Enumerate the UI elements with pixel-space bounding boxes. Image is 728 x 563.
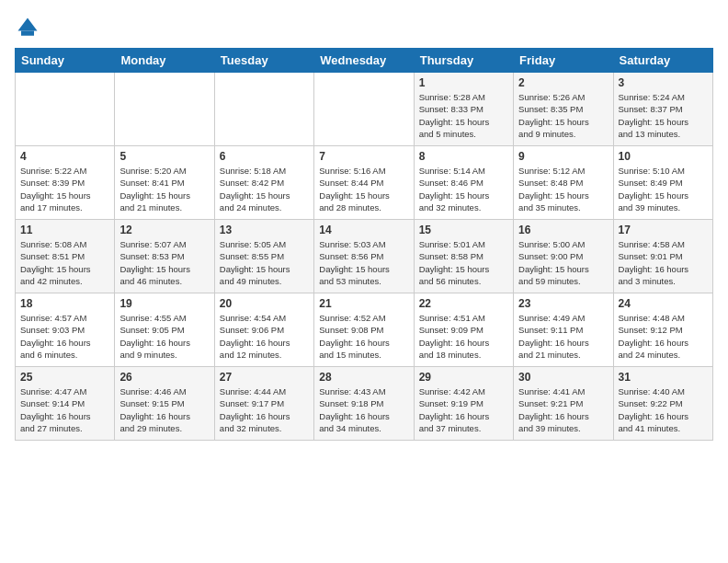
day-info: Sunrise: 4:58 AM Sunset: 9:01 PM Dayligh… bbox=[619, 238, 708, 287]
day-info: Sunrise: 5:24 AM Sunset: 8:37 PM Dayligh… bbox=[619, 91, 708, 140]
calendar-cell bbox=[115, 73, 214, 146]
calendar-week-row: 11Sunrise: 5:08 AM Sunset: 8:51 PM Dayli… bbox=[16, 220, 713, 293]
day-info: Sunrise: 5:01 AM Sunset: 8:58 PM Dayligh… bbox=[419, 238, 508, 287]
day-number: 13 bbox=[220, 224, 309, 236]
day-number: 21 bbox=[319, 297, 408, 310]
calendar-cell: 22Sunrise: 4:51 AM Sunset: 9:09 PM Dayli… bbox=[414, 293, 513, 367]
calendar-cell: 28Sunrise: 4:43 AM Sunset: 9:18 PM Dayli… bbox=[314, 367, 414, 441]
day-number: 17 bbox=[619, 224, 708, 236]
day-info: Sunrise: 5:28 AM Sunset: 8:33 PM Dayligh… bbox=[419, 91, 508, 140]
calendar-cell bbox=[214, 73, 313, 146]
day-number: 3 bbox=[619, 76, 708, 89]
day-info: Sunrise: 4:51 AM Sunset: 9:09 PM Dayligh… bbox=[419, 312, 508, 361]
day-info: Sunrise: 5:00 AM Sunset: 9:00 PM Dayligh… bbox=[518, 238, 608, 287]
day-info: Sunrise: 5:10 AM Sunset: 8:49 PM Dayligh… bbox=[619, 165, 708, 213]
calendar-week-row: 25Sunrise: 4:47 AM Sunset: 9:14 PM Dayli… bbox=[16, 367, 713, 441]
calendar-cell: 10Sunrise: 5:10 AM Sunset: 8:49 PM Dayli… bbox=[613, 146, 712, 220]
calendar-cell: 7Sunrise: 5:16 AM Sunset: 8:44 PM Daylig… bbox=[314, 146, 414, 220]
day-number: 15 bbox=[419, 224, 508, 236]
day-number: 29 bbox=[419, 371, 508, 384]
day-number: 27 bbox=[220, 371, 309, 384]
day-info: Sunrise: 5:08 AM Sunset: 8:51 PM Dayligh… bbox=[20, 238, 109, 287]
calendar-cell: 14Sunrise: 5:03 AM Sunset: 8:56 PM Dayli… bbox=[314, 220, 414, 293]
day-info: Sunrise: 5:20 AM Sunset: 8:41 PM Dayligh… bbox=[119, 165, 209, 213]
day-info: Sunrise: 5:03 AM Sunset: 8:56 PM Dayligh… bbox=[319, 238, 408, 287]
calendar-cell: 12Sunrise: 5:07 AM Sunset: 8:53 PM Dayli… bbox=[115, 220, 214, 293]
column-header-saturday: Saturday bbox=[613, 49, 712, 73]
day-number: 20 bbox=[220, 297, 309, 310]
calendar-header-row: SundayMondayTuesdayWednesdayThursdayFrid… bbox=[16, 49, 713, 73]
column-header-friday: Friday bbox=[514, 49, 613, 73]
day-info: Sunrise: 4:42 AM Sunset: 9:19 PM Dayligh… bbox=[419, 385, 508, 434]
calendar-cell: 21Sunrise: 4:52 AM Sunset: 9:08 PM Dayli… bbox=[314, 293, 414, 367]
day-info: Sunrise: 5:26 AM Sunset: 8:35 PM Dayligh… bbox=[518, 91, 608, 140]
day-info: Sunrise: 4:41 AM Sunset: 9:21 PM Dayligh… bbox=[518, 385, 608, 434]
day-number: 7 bbox=[319, 150, 408, 163]
day-number: 31 bbox=[619, 371, 708, 384]
column-header-tuesday: Tuesday bbox=[214, 49, 313, 73]
day-number: 24 bbox=[619, 297, 708, 310]
day-number: 19 bbox=[119, 297, 209, 310]
calendar-cell: 27Sunrise: 4:44 AM Sunset: 9:17 PM Dayli… bbox=[214, 367, 313, 441]
day-info: Sunrise: 5:12 AM Sunset: 8:48 PM Dayligh… bbox=[518, 165, 608, 213]
calendar-cell: 30Sunrise: 4:41 AM Sunset: 9:21 PM Dayli… bbox=[514, 367, 613, 441]
day-number: 4 bbox=[20, 150, 109, 163]
calendar-cell: 20Sunrise: 4:54 AM Sunset: 9:06 PM Dayli… bbox=[214, 293, 313, 367]
day-info: Sunrise: 5:07 AM Sunset: 8:53 PM Dayligh… bbox=[119, 238, 209, 287]
day-number: 14 bbox=[319, 224, 408, 236]
column-header-monday: Monday bbox=[115, 49, 214, 73]
logo bbox=[15, 15, 44, 40]
day-number: 8 bbox=[419, 150, 508, 163]
logo-icon bbox=[15, 15, 40, 40]
day-info: Sunrise: 5:18 AM Sunset: 8:42 PM Dayligh… bbox=[220, 165, 309, 213]
calendar-cell: 2Sunrise: 5:26 AM Sunset: 8:35 PM Daylig… bbox=[514, 73, 613, 146]
day-number: 28 bbox=[319, 371, 408, 384]
day-info: Sunrise: 5:22 AM Sunset: 8:39 PM Dayligh… bbox=[20, 165, 109, 213]
day-number: 22 bbox=[419, 297, 508, 310]
calendar-cell: 6Sunrise: 5:18 AM Sunset: 8:42 PM Daylig… bbox=[214, 146, 313, 220]
day-info: Sunrise: 4:54 AM Sunset: 9:06 PM Dayligh… bbox=[220, 312, 309, 361]
calendar-cell: 9Sunrise: 5:12 AM Sunset: 8:48 PM Daylig… bbox=[514, 146, 613, 220]
day-number: 18 bbox=[20, 297, 109, 310]
day-info: Sunrise: 5:05 AM Sunset: 8:55 PM Dayligh… bbox=[220, 238, 309, 287]
day-number: 2 bbox=[518, 76, 608, 89]
calendar-cell: 23Sunrise: 4:49 AM Sunset: 9:11 PM Dayli… bbox=[514, 293, 613, 367]
day-info: Sunrise: 5:14 AM Sunset: 8:46 PM Dayligh… bbox=[419, 165, 508, 213]
day-info: Sunrise: 4:40 AM Sunset: 9:22 PM Dayligh… bbox=[619, 385, 708, 434]
day-number: 25 bbox=[20, 371, 109, 384]
svg-rect-1 bbox=[21, 31, 34, 36]
day-number: 12 bbox=[119, 224, 209, 236]
calendar-cell: 24Sunrise: 4:48 AM Sunset: 9:12 PM Dayli… bbox=[613, 293, 712, 367]
calendar-week-row: 18Sunrise: 4:57 AM Sunset: 9:03 PM Dayli… bbox=[16, 293, 713, 367]
calendar-cell: 31Sunrise: 4:40 AM Sunset: 9:22 PM Dayli… bbox=[613, 367, 712, 441]
calendar-cell: 4Sunrise: 5:22 AM Sunset: 8:39 PM Daylig… bbox=[16, 146, 115, 220]
column-header-sunday: Sunday bbox=[16, 49, 115, 73]
day-number: 30 bbox=[518, 371, 608, 384]
calendar-cell: 3Sunrise: 5:24 AM Sunset: 8:37 PM Daylig… bbox=[613, 73, 712, 146]
day-info: Sunrise: 4:48 AM Sunset: 9:12 PM Dayligh… bbox=[619, 312, 708, 361]
calendar-week-row: 1Sunrise: 5:28 AM Sunset: 8:33 PM Daylig… bbox=[16, 73, 713, 146]
day-info: Sunrise: 4:52 AM Sunset: 9:08 PM Dayligh… bbox=[319, 312, 408, 361]
day-info: Sunrise: 4:49 AM Sunset: 9:11 PM Dayligh… bbox=[518, 312, 608, 361]
calendar-cell bbox=[16, 73, 115, 146]
day-number: 16 bbox=[518, 224, 608, 236]
calendar-cell: 26Sunrise: 4:46 AM Sunset: 9:15 PM Dayli… bbox=[115, 367, 214, 441]
svg-marker-0 bbox=[18, 18, 38, 31]
day-info: Sunrise: 4:47 AM Sunset: 9:14 PM Dayligh… bbox=[20, 385, 109, 434]
day-info: Sunrise: 4:43 AM Sunset: 9:18 PM Dayligh… bbox=[319, 385, 408, 434]
day-number: 11 bbox=[20, 224, 109, 236]
calendar-table: SundayMondayTuesdayWednesdayThursdayFrid… bbox=[15, 48, 713, 441]
day-number: 1 bbox=[419, 76, 508, 89]
calendar-cell: 25Sunrise: 4:47 AM Sunset: 9:14 PM Dayli… bbox=[16, 367, 115, 441]
day-info: Sunrise: 4:44 AM Sunset: 9:17 PM Dayligh… bbox=[220, 385, 309, 434]
calendar-cell: 29Sunrise: 4:42 AM Sunset: 9:19 PM Dayli… bbox=[414, 367, 513, 441]
column-header-thursday: Thursday bbox=[414, 49, 513, 73]
day-info: Sunrise: 5:16 AM Sunset: 8:44 PM Dayligh… bbox=[319, 165, 408, 213]
column-header-wednesday: Wednesday bbox=[314, 49, 414, 73]
calendar-cell: 15Sunrise: 5:01 AM Sunset: 8:58 PM Dayli… bbox=[414, 220, 513, 293]
day-info: Sunrise: 4:57 AM Sunset: 9:03 PM Dayligh… bbox=[20, 312, 109, 361]
calendar-cell: 17Sunrise: 4:58 AM Sunset: 9:01 PM Dayli… bbox=[613, 220, 712, 293]
day-number: 23 bbox=[518, 297, 608, 310]
calendar-cell: 13Sunrise: 5:05 AM Sunset: 8:55 PM Dayli… bbox=[214, 220, 313, 293]
day-number: 10 bbox=[619, 150, 708, 163]
